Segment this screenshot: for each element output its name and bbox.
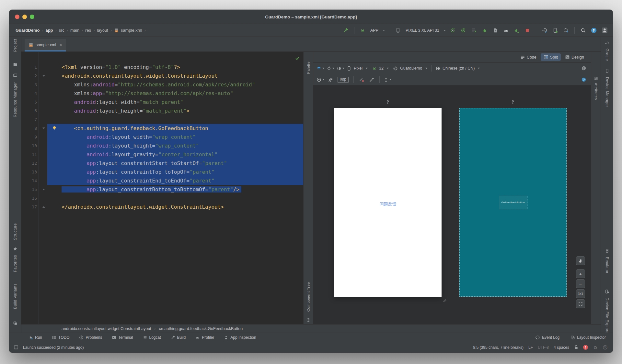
avatar[interactable] bbox=[601, 27, 608, 34]
chevron-down-icon[interactable] bbox=[383, 30, 385, 31]
gradle-sync-icon[interactable] bbox=[541, 27, 548, 34]
device-icon[interactable] bbox=[601, 69, 613, 73]
folder-icon[interactable] bbox=[9, 62, 21, 67]
code-line-16[interactable]: 16 bbox=[21, 194, 303, 203]
profile-low-overhead-icon[interactable] bbox=[513, 27, 521, 34]
run-config-selector[interactable]: APP bbox=[370, 28, 378, 33]
code-line-3[interactable]: 3 xmlns:android="http://schemas.android.… bbox=[21, 80, 303, 89]
lock-icon[interactable] bbox=[574, 345, 578, 350]
preview-api-selector[interactable]: 32 bbox=[379, 66, 384, 71]
sidebar-item-project[interactable]: Project bbox=[9, 39, 21, 52]
code-line-15[interactable]: 15 app:layout_constraintBottom_toBottomO… bbox=[21, 185, 303, 194]
zoom-out-button[interactable]: − bbox=[576, 279, 585, 288]
pan-hand-button[interactable] bbox=[576, 256, 585, 265]
palette-panel-button[interactable]: Palette bbox=[304, 61, 313, 74]
mode-split-button[interactable]: Split bbox=[541, 53, 561, 61]
code-line-9[interactable]: 9 android:layout_width="wrap_content" bbox=[21, 133, 303, 141]
emulator-icon[interactable] bbox=[601, 248, 613, 253]
tool-window-button-event-log[interactable]: Event Log bbox=[536, 335, 559, 340]
zoom-to-fit-button[interactable] bbox=[576, 299, 585, 308]
blueprint-preview-screen[interactable]: GoFeedbackButton bbox=[459, 108, 567, 297]
preview-device-selector[interactable]: Pixel bbox=[354, 66, 363, 71]
sidebar-item-gradle[interactable]: Gradle bbox=[601, 49, 613, 61]
default-margin-selector[interactable]: 0dp bbox=[338, 77, 349, 83]
quickfix-bulb-icon[interactable] bbox=[52, 126, 57, 131]
blueprint-feedback-button[interactable]: GoFeedbackButton bbox=[499, 196, 527, 209]
mode-code-button[interactable]: Code bbox=[517, 53, 539, 61]
sidebar-item-favorites[interactable]: Favorites bbox=[9, 255, 21, 272]
code-line-4[interactable]: 4 xmlns:app="http://schemas.android.com/… bbox=[21, 89, 303, 98]
help-icon[interactable]: ? bbox=[580, 76, 588, 83]
chevron-down-icon[interactable] bbox=[444, 30, 446, 31]
sad-face-icon[interactable]: ☹ bbox=[603, 345, 608, 350]
device-manager-icon[interactable] bbox=[551, 27, 559, 34]
design-surface-selector-icon[interactable] bbox=[317, 64, 324, 72]
sidebar-item-build-variants[interactable]: Build Variants bbox=[9, 283, 21, 309]
code-line-1[interactable]: 1<?xml version="1.0" encoding="utf-8"?> bbox=[21, 63, 303, 72]
code-line-11[interactable]: 11 android:layout_gravity="center_horizo… bbox=[21, 150, 303, 159]
sidebar-item-device-file-explorer[interactable]: Device File Explorer bbox=[601, 298, 613, 335]
tool-window-button-problems[interactable]: Problems bbox=[79, 335, 102, 340]
autoconnect-off-icon[interactable] bbox=[327, 76, 334, 83]
code-line-14[interactable]: 14 app:layout_constraintEnd_toEndOf="par… bbox=[21, 176, 303, 185]
search-everywhere-icon[interactable] bbox=[579, 27, 587, 34]
code-editor[interactable]: 1<?xml version="1.0" encoding="utf-8"?>2… bbox=[21, 52, 304, 324]
tool-window-button-todo[interactable]: TODO bbox=[52, 335, 69, 340]
xml-breadcrumb-item[interactable]: cn.authing.guard.feedback.GoFeedbackButt… bbox=[159, 326, 243, 331]
code-line-13[interactable]: 13 app:layout_constraintTop_toTopOf="par… bbox=[21, 168, 303, 176]
code-line-10[interactable]: 10 android:layout_height="wrap_content" bbox=[21, 141, 303, 150]
breadcrumb-item-guarddemo[interactable]: GuardDemo bbox=[16, 28, 40, 33]
device-selector[interactable]: PIXEL 3 XL API 31 bbox=[406, 28, 439, 33]
gradle-icon[interactable] bbox=[601, 41, 613, 45]
view-options-icon[interactable] bbox=[317, 76, 324, 83]
zoom-in-button[interactable]: + bbox=[576, 269, 585, 278]
code-line-5[interactable]: 5 android:layout_width="match_parent" bbox=[21, 98, 303, 106]
breadcrumb-item-layout[interactable]: layout bbox=[97, 28, 108, 33]
preview-locale-selector[interactable]: Chinese (zh / CN) bbox=[443, 66, 475, 71]
sidebar-item-device-manager[interactable]: Device Manager bbox=[601, 77, 613, 107]
rerun-button[interactable] bbox=[449, 27, 456, 34]
xml-breadcrumb-item[interactable]: androidx.constraintlayout.widget.Constra… bbox=[62, 326, 151, 331]
design-preview-screen[interactable]: 问题反馈 bbox=[334, 108, 442, 297]
code-line-8[interactable]: 8 <cn.authing.guard.feedback.GoFeedbackB… bbox=[21, 124, 303, 133]
breadcrumb-item-src[interactable]: src bbox=[59, 28, 64, 33]
sidebar-item-resource-manager[interactable]: Resource Manager bbox=[9, 82, 21, 117]
inspection-ok-icon[interactable] bbox=[295, 56, 300, 61]
code-line-17[interactable]: 17</androidx.constraintlayout.widget.Con… bbox=[21, 203, 303, 211]
line-ending[interactable]: LF bbox=[528, 345, 533, 350]
breadcrumb-item-main[interactable]: main bbox=[70, 28, 79, 33]
tool-window-button-logcat[interactable]: Logcat bbox=[143, 335, 161, 340]
infer-constraints-wand-icon[interactable] bbox=[368, 76, 375, 83]
close-tab-icon[interactable]: × bbox=[59, 42, 62, 48]
ide-update-icon[interactable] bbox=[590, 27, 598, 34]
tool-window-button-app-inspection[interactable]: App Inspection bbox=[224, 335, 256, 340]
attach-debugger-icon[interactable] bbox=[491, 27, 499, 34]
code-line-2[interactable]: 2<androidx.constraintlayout.widget.Const… bbox=[21, 72, 303, 80]
breadcrumb-item-app[interactable]: app bbox=[45, 28, 53, 33]
issue-panel-icon[interactable] bbox=[580, 64, 588, 72]
tool-window-button-build[interactable]: Build bbox=[171, 335, 186, 340]
squarelayers-icon[interactable] bbox=[9, 321, 21, 325]
happy-face-icon[interactable]: ☺ bbox=[593, 345, 598, 350]
fold-marker-icon[interactable] bbox=[42, 127, 45, 129]
zoom-actual-size-button[interactable]: 1:1 bbox=[576, 289, 585, 298]
preview-theme-selector[interactable]: GuardDemo bbox=[400, 66, 422, 71]
indent-setting[interactable]: 4 spaces bbox=[554, 345, 569, 350]
feedback-button-preview[interactable]: 问题反馈 bbox=[334, 201, 442, 207]
sidebar-item-emulator[interactable]: Emulator bbox=[601, 257, 613, 273]
fold-marker-icon[interactable] bbox=[42, 189, 45, 190]
night-mode-icon[interactable] bbox=[337, 64, 344, 72]
baseline-constraint-icon[interactable] bbox=[384, 76, 391, 83]
sidebar-item-structure[interactable]: Structure bbox=[9, 223, 21, 240]
breadcrumb-item-res[interactable]: res bbox=[85, 28, 91, 33]
caret-position[interactable]: 8:5 (395 chars, 7 line breaks) bbox=[473, 345, 524, 350]
component-tree-panel-button[interactable]: Component Tree bbox=[304, 282, 313, 312]
file-encoding[interactable]: UTF-8 bbox=[538, 345, 549, 350]
profiler-gauge-icon[interactable] bbox=[502, 27, 510, 34]
tool-window-button-terminal[interactable]: Terminal bbox=[112, 335, 133, 340]
error-indicator-icon[interactable]: ! bbox=[583, 345, 588, 350]
preview-resize-handle[interactable] bbox=[443, 298, 447, 303]
clear-constraints-icon[interactable] bbox=[358, 76, 365, 83]
breadcrumb-item-sample-xml[interactable]: sample.xml bbox=[121, 28, 142, 33]
code-line-7[interactable]: 7 bbox=[21, 115, 303, 124]
